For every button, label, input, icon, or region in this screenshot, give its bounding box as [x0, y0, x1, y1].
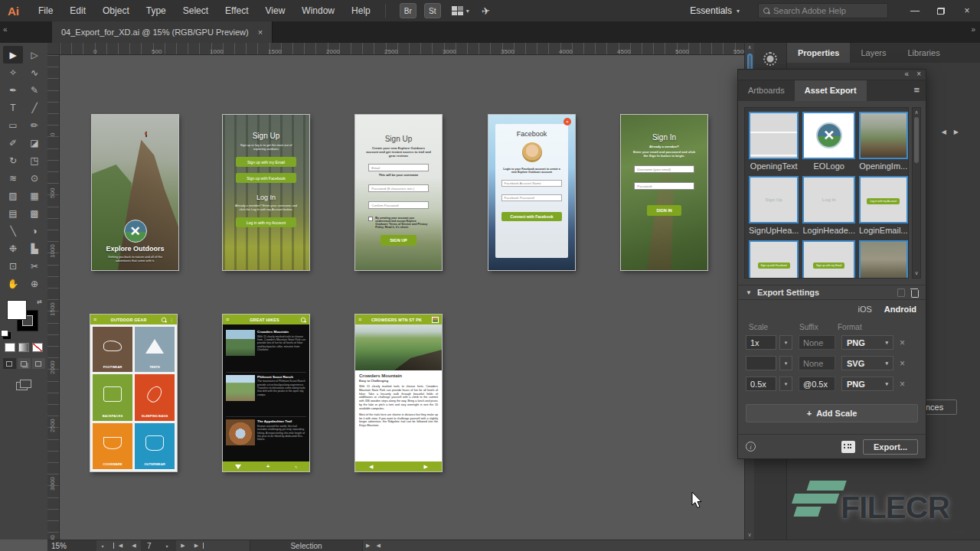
collapse-panel-icon[interactable]: « [905, 70, 910, 78]
panel-tab[interactable]: Asset Export [795, 80, 867, 101]
collapse-left-icon[interactable]: « [3, 25, 8, 34]
disclosure-icon[interactable]: ▼ [746, 289, 752, 296]
sort-icon[interactable]: ↑↓ [295, 465, 297, 469]
draw-behind-button[interactable] [18, 358, 31, 369]
format-select[interactable]: PNG ▾ [841, 377, 893, 391]
artboard-opening[interactable]: ✕ Explore Outdoors Getting you back to n… [92, 115, 178, 270]
asset-thumbnail[interactable]: ✕ Log in with my Account [859, 176, 908, 223]
asset-item[interactable]: ✕ [859, 240, 908, 279]
menu-item[interactable]: View [257, 0, 294, 21]
default-swatches-icon[interactable] [1, 330, 8, 337]
fill-stroke-swatches[interactable]: ⇄ [7, 300, 41, 334]
next-artboard-button[interactable]: ▶ [176, 543, 190, 549]
properties-panel-icon[interactable] [763, 52, 777, 66]
hike-list-item[interactable]: The Appalachian Trail Known around the w… [226, 417, 306, 461]
asset-item[interactable]: ✕ OpeningIm... [859, 112, 908, 171]
zoom-level-field[interactable]: 15% [47, 540, 96, 551]
document-tab[interactable]: 04_Export_for_XD.ai @ 15% (RGB/GPU Previ… [52, 21, 273, 43]
artboard-facebook[interactable]: Facebook Login to your Facebook account … [488, 115, 575, 270]
vertical-ruler[interactable]: 0500100015002000250030003500 [47, 55, 60, 540]
panel-header[interactable]: « × [738, 70, 926, 80]
hike-list-item[interactable]: Philmont Scout Ranch The mountains of Ph… [226, 373, 306, 418]
facebook-account-field[interactable]: Facebook Account Name [501, 180, 563, 187]
help-search[interactable] [758, 3, 888, 18]
signup-facebook-button[interactable]: Sign up with Facebook [236, 173, 296, 183]
gear-category-tile[interactable]: FOOTWEAR [93, 327, 132, 372]
screen-mode-button[interactable] [16, 380, 31, 390]
filter-icon[interactable] [235, 465, 241, 469]
artboard-crowders-detail[interactable]: ≡ CROWDERS MTN ST PK Crowders Mountain E… [355, 315, 442, 471]
dock-tab[interactable]: Libraries [897, 43, 950, 63]
asset-item[interactable]: ✕ OpeningText [749, 112, 799, 171]
workspace-switcher[interactable]: Essentials ▾ [690, 5, 740, 16]
share-icon[interactable]: ✈ [481, 5, 491, 17]
artboard-number-field[interactable]: 7 ▾ [141, 540, 176, 551]
hamburger-icon[interactable]: ≡ [93, 317, 96, 322]
asset-scrollbar[interactable]: ∧ ∨ [912, 107, 921, 279]
add-icon[interactable]: + [266, 463, 270, 470]
color-button[interactable] [5, 343, 15, 352]
arrange-documents-button[interactable]: ▾ [452, 6, 469, 16]
add-scale-button[interactable]: + Add Scale [746, 404, 918, 422]
dock-tab[interactable]: Layers [850, 43, 897, 63]
asset-label[interactable]: LoginEmail... [859, 226, 908, 236]
asset-label[interactable]: SignUpHea... [749, 226, 799, 236]
search-input[interactable] [773, 6, 873, 15]
username-field[interactable]: Username (your email) [634, 165, 694, 173]
search-icon[interactable] [301, 317, 305, 321]
menu-item[interactable]: Effect [217, 0, 256, 21]
panel-menu-icon[interactable]: ≡ [913, 84, 920, 96]
menu-item[interactable]: Edit [61, 0, 94, 21]
asset-thumbnail[interactable]: ✕ [802, 112, 855, 159]
horizontal-ruler[interactable]: 0500100015002000250030003500400045005000… [60, 43, 744, 55]
bridge-button[interactable]: Br [400, 3, 416, 18]
close-badge-icon[interactable]: × [564, 118, 571, 126]
dock-tab[interactable]: Properties [787, 43, 850, 63]
asset-item[interactable]: Sign Up ✕ SignUpHea... [749, 176, 799, 236]
format-select[interactable]: SVG ▾ [841, 356, 893, 370]
gear-category-tile[interactable]: SLEEPING BAGS [135, 374, 175, 422]
asset-thumbnail[interactable]: ✕ [859, 240, 908, 279]
none-button[interactable] [32, 343, 43, 352]
signin-submit-button[interactable]: SIGN IN [647, 205, 681, 216]
search-icon[interactable] [162, 317, 166, 321]
asset-item[interactable]: ✕ EOLogo [802, 112, 855, 171]
stock-button[interactable]: St [424, 3, 441, 18]
asset-item[interactable]: ✕ Log in with my Account LoginEmail... [859, 176, 908, 236]
format-select[interactable]: PNG ▾ [841, 335, 893, 350]
prev-artboard-button[interactable]: ◀ [127, 543, 141, 549]
gear-category-tile[interactable]: OUTERWEAR [135, 423, 175, 469]
artboard-signin[interactable]: Sign In Already a member? Enter your ema… [621, 115, 707, 270]
generate-icon[interactable] [897, 289, 905, 297]
zoom-dropdown-icon[interactable]: ▾ [96, 543, 109, 549]
suffix-input[interactable]: @0.5x [799, 377, 835, 391]
scale-input[interactable]: 0.5x [746, 377, 776, 391]
confirm-password-field[interactable]: Confirm Password [368, 201, 428, 209]
info-icon[interactable]: i [746, 442, 756, 452]
hike-list-item[interactable]: Crowders Mountain With 11 clearly marked… [226, 328, 306, 373]
asset-label[interactable]: LoginHeade... [802, 226, 855, 236]
facebook-connect-button[interactable]: Connect with Facebook [501, 212, 563, 221]
scroll-down-icon[interactable]: ∨ [747, 532, 751, 538]
draw-normal-button[interactable] [3, 358, 16, 369]
menu-item[interactable]: Object [94, 0, 138, 21]
prev-page-icon[interactable]: ◀ [369, 464, 373, 470]
gradient-button[interactable] [18, 343, 29, 352]
close-panel-icon[interactable]: × [916, 70, 921, 78]
password-field[interactable]: Password [634, 182, 694, 190]
asset-label[interactable]: EOLogo [802, 161, 855, 171]
suffix-input[interactable]: None [799, 356, 835, 370]
asset-thumbnail[interactable]: Log In ✕ [802, 176, 855, 223]
scale-dropdown-icon[interactable]: ▾ [779, 356, 792, 370]
suffix-input[interactable]: None [799, 335, 835, 350]
photo-thumbnail-icon[interactable] [432, 317, 439, 323]
artboard-outdoor-gear[interactable]: ≡ OUTDOOR GEAR ⋮ FOOTWEAR TENTS BACKPACK… [90, 315, 177, 471]
scroll-up-icon[interactable]: ∧ [914, 109, 918, 116]
artboard-signup-options[interactable]: Sign Up Sign up or log in to get the mos… [223, 115, 309, 270]
canvas[interactable]: ✕ Explore Outdoors Getting you back to n… [60, 55, 744, 540]
asset-thumbnail[interactable]: ✕ [859, 112, 908, 159]
scale-dropdown-icon[interactable]: ▾ [779, 377, 792, 391]
remove-scale-icon[interactable]: × [900, 337, 905, 348]
asset-item[interactable]: ✕ Sign up with Facebook [749, 240, 799, 279]
collapse-right-icon[interactable]: » [971, 25, 975, 34]
